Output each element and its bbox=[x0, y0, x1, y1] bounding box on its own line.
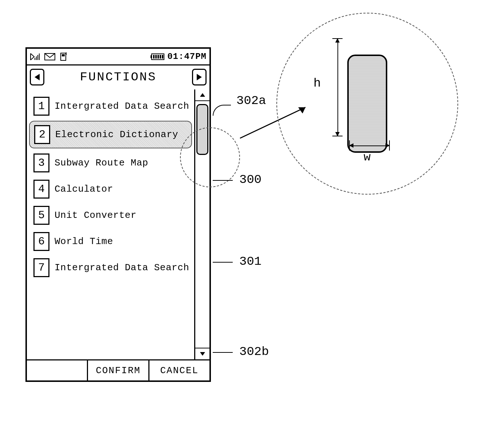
phone-device-icon bbox=[60, 52, 68, 61]
nav-prev-button[interactable] bbox=[30, 69, 44, 85]
svg-rect-6 bbox=[62, 54, 65, 56]
list-item-number: 7 bbox=[33, 258, 49, 277]
list-item-label: World Time bbox=[55, 236, 113, 247]
svg-rect-2 bbox=[37, 55, 38, 60]
list-item[interactable]: 7Intergrated Data Search bbox=[27, 255, 194, 281]
list-item-label: Calculator bbox=[55, 184, 113, 195]
content-area: 1Intergrated Data Search2Electronic Dict… bbox=[27, 89, 209, 359]
scroll-up-button[interactable] bbox=[195, 89, 209, 101]
list-item[interactable]: 4Calculator bbox=[27, 176, 194, 202]
lead-line-302b bbox=[213, 352, 233, 353]
list-item-number: 2 bbox=[34, 125, 50, 144]
list-item[interactable]: 6World Time bbox=[27, 228, 194, 255]
scrollbar bbox=[194, 89, 209, 359]
list-item[interactable]: 1Intergrated Data Search bbox=[27, 93, 194, 119]
nav-next-button[interactable] bbox=[192, 69, 207, 85]
list-item-number: 3 bbox=[33, 153, 49, 172]
dimension-w-label: w bbox=[364, 151, 371, 164]
svg-rect-3 bbox=[39, 53, 40, 60]
ref-label-301: 301 bbox=[239, 255, 261, 268]
svg-rect-9 bbox=[151, 55, 152, 58]
svg-marker-16 bbox=[197, 74, 202, 80]
lead-line-302a bbox=[213, 105, 231, 116]
svg-line-19 bbox=[240, 107, 305, 138]
envelope-icon bbox=[44, 53, 55, 60]
lead-line-300 bbox=[213, 180, 233, 181]
screen-title: FUNCTIONS bbox=[80, 70, 157, 84]
ref-label-302b: 302b bbox=[239, 345, 269, 359]
phone-screen: 01:47PM FUNCTIONS 1Intergrated Data Sear… bbox=[25, 47, 211, 382]
svg-rect-11 bbox=[155, 55, 157, 59]
svg-rect-14 bbox=[162, 55, 163, 59]
list-item[interactable]: 2Electronic Dictionary bbox=[29, 121, 192, 148]
list-item-label: Intergrated Data Search bbox=[55, 101, 189, 112]
svg-rect-12 bbox=[157, 55, 159, 59]
list-item-label: Subway Route Map bbox=[55, 157, 148, 168]
lead-line-301 bbox=[213, 262, 233, 263]
status-bar: 01:47PM bbox=[27, 49, 209, 65]
battery-icon bbox=[151, 53, 165, 60]
callout-arrow bbox=[236, 102, 316, 142]
list-item-label: Intergrated Data Search bbox=[55, 262, 189, 273]
scroll-track[interactable] bbox=[195, 101, 209, 348]
svg-rect-0 bbox=[35, 58, 35, 60]
scroll-thumb[interactable] bbox=[196, 104, 208, 155]
dimension-h bbox=[327, 38, 349, 136]
functions-list: 1Intergrated Data Search2Electronic Dict… bbox=[27, 89, 194, 359]
list-item[interactable]: 5Unit Converter bbox=[27, 202, 194, 228]
softkey-confirm[interactable]: CONFIRM bbox=[88, 360, 149, 380]
list-item-label: Unit Converter bbox=[55, 210, 136, 221]
list-item-number: 1 bbox=[33, 97, 49, 116]
list-item[interactable]: 3Subway Route Map bbox=[27, 150, 194, 176]
ref-label-300: 300 bbox=[239, 173, 261, 187]
svg-rect-13 bbox=[160, 55, 161, 59]
softkey-bar: CONFIRM CANCEL bbox=[27, 359, 209, 380]
svg-marker-18 bbox=[200, 352, 205, 356]
list-item-number: 4 bbox=[33, 180, 49, 199]
softkey-left[interactable] bbox=[27, 360, 88, 380]
svg-marker-17 bbox=[200, 93, 205, 97]
svg-rect-1 bbox=[36, 56, 37, 60]
clock-text: 01:47PM bbox=[167, 52, 207, 61]
title-bar: FUNCTIONS bbox=[27, 65, 209, 89]
ref-label-302a: 302a bbox=[236, 94, 266, 108]
list-item-number: 6 bbox=[33, 232, 49, 251]
scroll-down-button[interactable] bbox=[195, 348, 209, 359]
svg-marker-15 bbox=[35, 74, 40, 80]
list-item-label: Electronic Dictionary bbox=[55, 129, 178, 140]
svg-rect-10 bbox=[153, 55, 155, 59]
dimension-h-label: h bbox=[313, 76, 321, 90]
signal-icon bbox=[30, 53, 40, 61]
softkey-cancel[interactable]: CANCEL bbox=[149, 360, 209, 380]
magnified-scroll-thumb bbox=[347, 55, 387, 153]
list-item-number: 5 bbox=[33, 206, 49, 225]
